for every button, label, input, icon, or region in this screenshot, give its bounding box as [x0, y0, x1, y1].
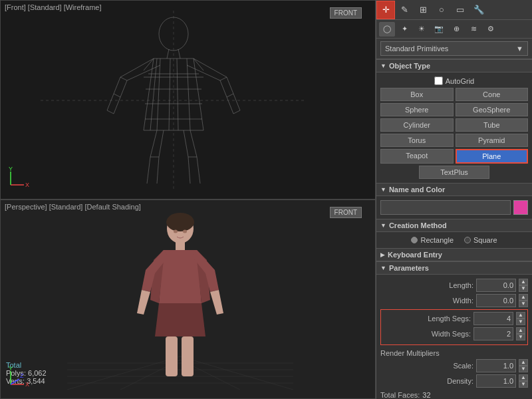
motion-button[interactable]: ○	[432, 1, 451, 19]
total-faces-row: Total Faces: 32	[380, 390, 528, 399]
modify-button[interactable]: ✎	[395, 1, 414, 19]
cameras-icon: 📷	[434, 25, 444, 33]
primitive-dropdown-row: Standard Primitives ▼	[376, 39, 532, 59]
helpers-icon: ⊕	[454, 25, 460, 33]
svg-text:X: X	[25, 182, 29, 188]
width-down[interactable]: ▼	[519, 301, 528, 307]
cylinder-button[interactable]: Cylinder	[380, 118, 454, 132]
autogrid-checkbox-row[interactable]: AutoGrid	[434, 76, 474, 85]
svg-line-44	[11, 379, 19, 384]
primitive-dropdown[interactable]: Standard Primitives ▼	[380, 41, 528, 56]
svg-line-14	[227, 94, 233, 97]
svg-text:Z: Z	[20, 372, 24, 379]
svg-point-40	[174, 230, 178, 233]
utilities-icon: 🔧	[473, 5, 484, 15]
helpers-sub-btn[interactable]: ⊕	[448, 22, 464, 37]
name-color-header[interactable]: ▼ Name and Color	[376, 183, 532, 196]
svg-point-36	[166, 213, 194, 231]
length-down[interactable]: ▼	[519, 285, 528, 292]
width-segs-input[interactable]	[473, 327, 513, 340]
spacewarps-sub-btn[interactable]: ≋	[466, 22, 481, 37]
square-radio	[464, 237, 471, 243]
hierarchy-button[interactable]: ⊞	[414, 1, 432, 19]
systems-sub-btn[interactable]: ⚙	[483, 22, 499, 37]
parameters-section: Length: ▲ ▼ Width: ▲ ▼	[376, 275, 532, 399]
torus-button[interactable]: Torus	[380, 134, 454, 147]
geometry-sub-btn[interactable]: ◯	[379, 22, 395, 37]
svg-text:Y: Y	[9, 166, 13, 172]
scale-label: Scale:	[380, 362, 473, 370]
width-segs-label: Width Segs:	[383, 330, 471, 338]
svg-line-32	[180, 356, 293, 390]
scale-spinner: ▲ ▼	[519, 359, 528, 372]
square-option[interactable]: Square	[464, 236, 497, 244]
geosphere-button[interactable]: GeoSphere	[456, 103, 529, 116]
hierarchy-icon: ⊞	[420, 5, 427, 15]
lights-sub-btn[interactable]: ☀	[414, 22, 430, 37]
keyboard-entry-header[interactable]: ▶ Keyboard Entry	[376, 248, 532, 261]
autogrid-label: AutoGrid	[446, 77, 474, 85]
textplus-button[interactable]: TextPlus	[419, 166, 490, 179]
main-toolbar: ✛ ✎ ⊞ ○ ▭ 🔧	[376, 0, 532, 20]
svg-rect-37	[176, 242, 185, 251]
keyboard-entry-title: Keyboard Entry	[388, 251, 442, 259]
creation-method-header[interactable]: ▼ Creation Method	[376, 219, 532, 232]
systems-icon: ⚙	[487, 25, 494, 33]
display-button[interactable]: ▭	[451, 1, 469, 19]
shapes-sub-btn[interactable]: ✦	[396, 22, 412, 37]
width-segs-down[interactable]: ▼	[516, 334, 525, 340]
length-spinner: ▲ ▼	[519, 279, 528, 292]
width-input[interactable]	[476, 294, 516, 307]
pyramid-button[interactable]: Pyramid	[456, 134, 529, 147]
rectangle-option[interactable]: Rectangle	[411, 236, 454, 244]
3d-character	[67, 203, 293, 390]
plane-button[interactable]: Plane	[456, 149, 529, 164]
svg-line-11	[120, 77, 127, 80]
create-button[interactable]: ✛	[376, 1, 395, 19]
length-segs-down[interactable]: ▼	[516, 319, 525, 325]
name-input[interactable]	[380, 200, 511, 215]
object-type-header[interactable]: ▼ Object Type	[376, 59, 532, 72]
create-icon: ✛	[382, 5, 390, 15]
dropdown-arrow: ▼	[516, 45, 523, 53]
cone-button[interactable]: Cone	[456, 88, 529, 101]
display-icon: ▭	[456, 5, 464, 15]
color-swatch[interactable]	[513, 200, 528, 215]
density-label: Density:	[380, 377, 473, 385]
teapot-button[interactable]: Teapot	[380, 149, 454, 164]
scale-input[interactable]	[476, 359, 516, 372]
length-row: Length: ▲ ▼	[380, 279, 528, 292]
width-spinner: ▲ ▼	[519, 294, 528, 307]
object-type-grid: Box Cone Sphere GeoSphere Cylinder Tube …	[380, 88, 528, 164]
name-color-title: Name and Color	[389, 186, 445, 194]
utilities-button[interactable]: 🔧	[469, 1, 488, 19]
parameters-header[interactable]: ▼ Parameters	[376, 261, 532, 275]
panel-content[interactable]: ▼ Object Type AutoGrid Box Cone Sphere G…	[376, 59, 532, 399]
length-segs-spinner: ▲ ▼	[516, 312, 525, 325]
scale-up[interactable]: ▲	[519, 359, 528, 366]
svg-text:Y: Y	[9, 365, 13, 372]
autogrid-checkbox[interactable]	[434, 76, 443, 85]
density-down[interactable]: ▼	[519, 381, 528, 388]
total-faces-value: 32	[422, 391, 430, 399]
length-up[interactable]: ▲	[519, 279, 528, 285]
length-segs-input[interactable]	[473, 312, 513, 325]
sub-toolbar: ◯ ✦ ☀ 📷 ⊕ ≋ ⚙	[376, 20, 532, 39]
width-segs-up[interactable]: ▲	[516, 327, 525, 334]
creation-method-title: Creation Method	[389, 221, 447, 229]
square-label: Square	[473, 236, 497, 244]
length-segs-up[interactable]: ▲	[516, 312, 525, 319]
cameras-sub-btn[interactable]: 📷	[431, 22, 447, 37]
sphere-button[interactable]: Sphere	[380, 103, 454, 116]
width-up[interactable]: ▲	[519, 294, 528, 301]
right-panel: ✛ ✎ ⊞ ○ ▭ 🔧 ◯ ✦	[376, 0, 532, 399]
density-input[interactable]	[476, 374, 516, 388]
viewport-bottom[interactable]: [Perspective] [Standard] [Default Shadin…	[0, 200, 376, 399]
box-button[interactable]: Box	[380, 88, 454, 101]
scale-down[interactable]: ▼	[519, 366, 528, 372]
density-up[interactable]: ▲	[519, 374, 528, 381]
tube-button[interactable]: Tube	[456, 118, 529, 132]
viewport-top[interactable]: [Front] [Standard] [Wireframe] FRONT	[0, 0, 376, 200]
length-input[interactable]	[476, 279, 516, 292]
scale-row: Scale: ▲ ▼	[380, 359, 528, 372]
